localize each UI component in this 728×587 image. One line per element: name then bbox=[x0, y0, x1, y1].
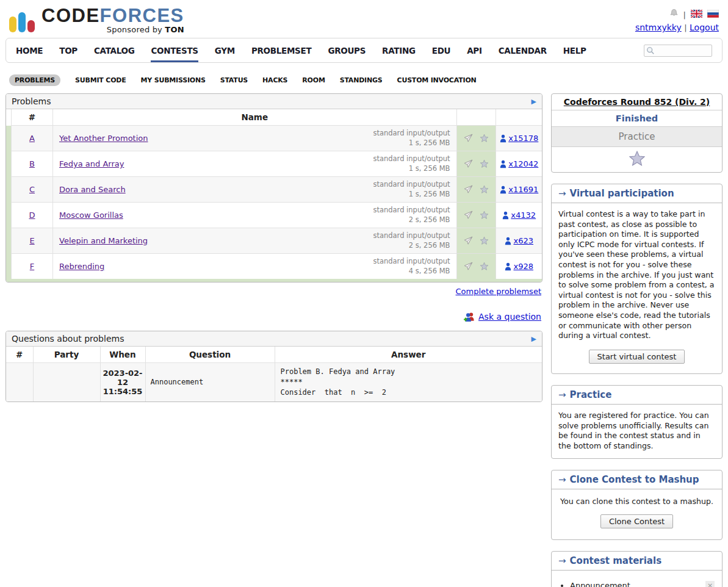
problem-name-link[interactable]: Moscow Gorillas bbox=[59, 211, 123, 220]
person-icon bbox=[504, 262, 512, 271]
nav-item-calendar[interactable]: CALENDAR bbox=[499, 39, 547, 62]
solved-stripe bbox=[6, 151, 12, 177]
nav-item-rating[interactable]: RATING bbox=[382, 39, 416, 62]
submit-plane-icon[interactable] bbox=[463, 184, 474, 195]
subnav-item-room[interactable]: ROOM bbox=[302, 76, 325, 84]
solved-stripe bbox=[6, 126, 12, 151]
problems-caption-label: Problems bbox=[12, 96, 51, 106]
collapse-arrow-icon[interactable]: ▶ bbox=[532, 98, 536, 106]
problem-name-link[interactable]: Dora and Search bbox=[59, 185, 126, 194]
problem-index-link[interactable]: C bbox=[29, 185, 35, 194]
favorite-star-icon[interactable] bbox=[480, 159, 489, 168]
questions-header-row: # Party When Question Answer bbox=[6, 347, 542, 363]
nav-item-groups[interactable]: GROUPS bbox=[328, 39, 366, 62]
submit-plane-icon[interactable] bbox=[463, 133, 474, 143]
question-when: 2023-02-12 11:54:55 bbox=[100, 363, 145, 402]
favorite-star-icon[interactable] bbox=[480, 262, 489, 271]
table-row: C Dora and Search standard input/output1… bbox=[6, 177, 542, 203]
header: CODEFORCES Sponsored by TON | sntmxykky … bbox=[5, 4, 723, 38]
nav-item-help[interactable]: HELP bbox=[563, 39, 586, 62]
problem-io: standard input/output1 s, 256 MB bbox=[373, 129, 450, 148]
main-nav: HOME TOP CATALOG CONTESTS GYM PROBLEMSET… bbox=[5, 38, 723, 63]
problem-index-link[interactable]: F bbox=[30, 262, 34, 271]
solved-count-link[interactable]: x4132 bbox=[511, 211, 536, 220]
nav-item-problemset[interactable]: PROBLEMSET bbox=[251, 39, 311, 62]
collapse-arrow-icon[interactable]: ▶ bbox=[532, 335, 536, 343]
problem-index-link[interactable]: E bbox=[29, 236, 34, 245]
solved-count-link[interactable]: x928 bbox=[513, 262, 533, 271]
contest-subnav: PROBLEMS SUBMIT CODE MY SUBMISSIONS STAT… bbox=[9, 74, 723, 86]
nav-item-api[interactable]: API bbox=[467, 39, 481, 62]
col-header-when: When bbox=[100, 347, 145, 363]
problem-index-link[interactable]: B bbox=[29, 159, 35, 168]
solved-count-link[interactable]: x11691 bbox=[508, 185, 538, 194]
problem-io: standard input/output4 s, 256 MB bbox=[373, 257, 450, 276]
subnav-item-my-submissions[interactable]: MY SUBMISSIONS bbox=[141, 76, 206, 84]
nav-item-contests[interactable]: CONTESTS bbox=[151, 39, 198, 62]
subnav-item-problems[interactable]: PROBLEMS bbox=[9, 74, 60, 86]
solved-count-link[interactable]: x15178 bbox=[508, 134, 538, 143]
nav-item-gym[interactable]: GYM bbox=[215, 39, 235, 62]
subnav-item-submit-code[interactable]: SUBMIT CODE bbox=[75, 76, 126, 84]
problem-index-link[interactable]: D bbox=[29, 211, 35, 220]
problem-name-link[interactable]: Fedya and Array bbox=[59, 159, 124, 168]
submit-plane-icon[interactable] bbox=[463, 159, 474, 169]
user-separator: | bbox=[684, 23, 687, 32]
clone-contest-button[interactable]: Clone Contest bbox=[600, 514, 673, 528]
col-header-question: Question bbox=[145, 347, 275, 363]
subnav-item-standings[interactable]: STANDINGS bbox=[340, 76, 383, 84]
nav-item-home[interactable]: HOME bbox=[16, 39, 43, 62]
problem-name-link[interactable]: Rebrending bbox=[59, 262, 104, 271]
logo-bars-icon bbox=[9, 12, 35, 32]
complete-problemset-link[interactable]: Complete problemset bbox=[456, 287, 541, 296]
arrow-icon: → bbox=[558, 474, 566, 485]
problem-index-link[interactable]: A bbox=[29, 134, 35, 143]
submit-plane-icon[interactable] bbox=[463, 210, 474, 220]
favorite-star-icon[interactable] bbox=[480, 134, 489, 143]
favorite-contest-star-icon[interactable] bbox=[629, 151, 645, 166]
contest-materials-box: →Contest materials Announcement × Tutori… bbox=[551, 551, 723, 587]
solved-count-link[interactable]: x623 bbox=[513, 236, 533, 245]
sponsored-brand: TON bbox=[165, 25, 184, 34]
material-announcement-link[interactable]: Announcement bbox=[570, 581, 630, 587]
favorite-star-icon[interactable] bbox=[480, 236, 489, 245]
virtual-title: Virtual participation bbox=[570, 188, 674, 199]
contest-title-link[interactable]: Codeforces Round 852 (Div. 2) bbox=[564, 97, 710, 107]
search-icon bbox=[646, 46, 655, 55]
question-answer: Problem B. Fedya and Array ***** Conside… bbox=[275, 363, 542, 402]
col-header-party: Party bbox=[33, 347, 100, 363]
col-header-index: # bbox=[12, 109, 53, 126]
question-num bbox=[6, 363, 33, 402]
start-virtual-contest-button[interactable]: Start virtual contest bbox=[589, 350, 685, 364]
username-link[interactable]: sntmxykky bbox=[635, 23, 682, 32]
favorite-star-icon[interactable] bbox=[480, 185, 489, 194]
practice-box: →Practice You are registered for practic… bbox=[551, 385, 723, 459]
logout-link[interactable]: Logout bbox=[690, 23, 719, 32]
ask-question-link[interactable]: Ask a question bbox=[478, 312, 541, 322]
favorite-star-icon[interactable] bbox=[480, 211, 489, 220]
ru-flag-icon[interactable] bbox=[707, 9, 719, 21]
problem-name-link[interactable]: Velepin and Marketing bbox=[59, 236, 148, 245]
nav-item-top[interactable]: TOP bbox=[59, 39, 77, 62]
close-icon[interactable]: × bbox=[705, 581, 715, 587]
subnav-item-status[interactable]: STATUS bbox=[220, 76, 248, 84]
nav-item-edu[interactable]: EDU bbox=[432, 39, 451, 62]
solved-count-link[interactable]: x12042 bbox=[508, 159, 538, 168]
submit-plane-icon[interactable] bbox=[463, 261, 474, 272]
solved-stripe bbox=[6, 228, 12, 254]
uk-flag-icon[interactable] bbox=[691, 9, 702, 21]
subnav-item-hacks[interactable]: HACKS bbox=[262, 76, 287, 84]
ask-question-icon bbox=[463, 312, 475, 322]
submit-plane-icon[interactable] bbox=[463, 236, 474, 246]
table-row: D Moscow Gorillas standard input/output2… bbox=[6, 203, 542, 228]
subnav-item-custom-invocation[interactable]: CUSTOM INVOCATION bbox=[397, 76, 477, 84]
codeforces-logo[interactable]: CODEFORCES Sponsored by TON bbox=[9, 6, 184, 34]
arrow-icon: → bbox=[558, 188, 566, 199]
nav-item-catalog[interactable]: CATALOG bbox=[94, 39, 135, 62]
clone-title: Clone Contest to Mashup bbox=[570, 474, 699, 485]
problem-name-link[interactable]: Yet Another Promotion bbox=[59, 134, 148, 143]
virtual-participation-box: →Virtual participation Virtual contest i… bbox=[551, 184, 723, 374]
problems-caption: Problems ▶ bbox=[6, 94, 542, 109]
bell-icon[interactable] bbox=[669, 9, 679, 21]
col-header-name: Name bbox=[53, 109, 457, 126]
